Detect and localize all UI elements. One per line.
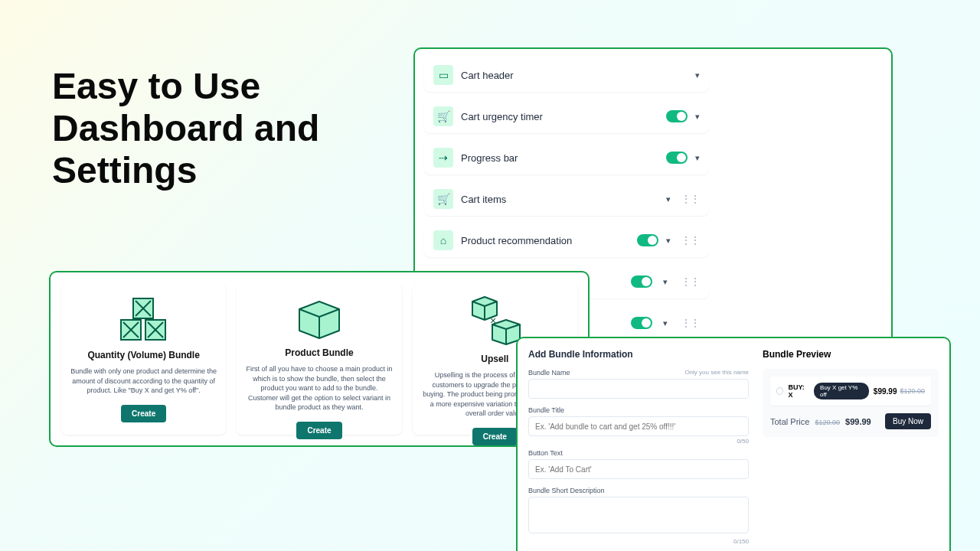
setting-row[interactable]: 🛒 Cart items ▾ ⋮⋮ — [424, 182, 709, 216]
drag-handle-icon[interactable]: ⋮⋮ — [681, 318, 700, 328]
button-text-input[interactable] — [528, 459, 749, 479]
chevron-down-icon[interactable]: ▾ — [695, 70, 700, 80]
total-old: $120.00 — [815, 419, 840, 426]
setting-label: Product recommendation — [461, 235, 629, 246]
offer-row[interactable]: BUY: X Buy X get Y% off $99.99 $120.00 — [770, 377, 931, 406]
drag-handle-icon[interactable]: ⋮⋮ — [681, 276, 700, 287]
setting-icon: 🛒 — [433, 189, 453, 209]
chevron-down-icon[interactable]: ▾ — [663, 318, 668, 328]
setting-icon: ⌂ — [433, 230, 453, 250]
toggle-switch[interactable] — [631, 317, 652, 329]
headline-line: Easy to Use — [52, 65, 319, 107]
bundle-title-input[interactable] — [528, 416, 749, 436]
setting-row[interactable]: 🛒 Cart urgency timer ▾ — [424, 99, 709, 133]
create-button[interactable]: Create — [296, 422, 341, 439]
setting-label: Cart urgency timer — [461, 111, 658, 122]
bundle-card-title: Product Bundle — [285, 347, 353, 358]
drag-handle-icon[interactable]: ⋮⋮ — [681, 235, 700, 246]
chevron-down-icon[interactable]: ▾ — [663, 277, 668, 287]
radio-icon[interactable] — [776, 387, 783, 395]
chevron-down-icon[interactable]: ▾ — [695, 112, 700, 122]
bundle-card-desc: Bundle with only one product and determi… — [70, 367, 217, 396]
bundle-options-panel: Quantity (Volume) Bundle Bundle with onl… — [49, 271, 590, 447]
chevron-down-icon[interactable]: ▾ — [666, 194, 671, 204]
bundle-form-panel: Add Bundle Information Bundle Name Only … — [516, 337, 951, 551]
bundle-icon: × — [465, 294, 524, 349]
bundle-card: Quantity (Volume) Bundle Bundle with onl… — [61, 283, 226, 435]
svg-text:×: × — [490, 315, 496, 327]
char-count: 0/150 — [528, 538, 749, 545]
total-price: $99.99 — [845, 417, 871, 426]
bundle-card: Product Bundle First of all you have to … — [237, 283, 401, 435]
setting-row[interactable]: ⌂ Product recommendation ▾ ⋮⋮ — [424, 223, 709, 257]
headline: Easy to Use Dashboard and Settings — [52, 65, 319, 192]
field-label: Bundle Short Description — [528, 487, 605, 494]
setting-icon: ⇢ — [433, 148, 453, 168]
setting-icon: 🛒 — [433, 106, 453, 126]
bundle-desc-input[interactable] — [528, 497, 749, 533]
setting-label: Progress bar — [461, 152, 658, 164]
discount-pill: Buy X get Y% off — [814, 383, 869, 399]
bundle-icon — [292, 294, 347, 343]
bundle-card-desc: First of all you have to choose a main p… — [246, 364, 392, 412]
chevron-down-icon[interactable]: ▾ — [695, 153, 700, 163]
bundle-name-input[interactable] — [528, 379, 749, 399]
create-button[interactable]: Create — [472, 428, 518, 445]
toggle-switch[interactable] — [666, 152, 688, 164]
buy-x-label: BUY: X — [788, 383, 809, 399]
offer-old-price: $120.00 — [900, 387, 925, 395]
field-label: Bundle Name — [528, 369, 570, 377]
toggle-switch[interactable] — [631, 276, 652, 288]
create-button[interactable]: Create — [121, 405, 166, 422]
toggle-switch[interactable] — [666, 110, 688, 122]
toggle-switch[interactable] — [637, 234, 658, 246]
chevron-down-icon[interactable]: ▾ — [666, 236, 671, 246]
setting-label: Cart items — [461, 194, 658, 205]
setting-row[interactable]: ▭ Cart header ▾ — [424, 58, 709, 92]
setting-icon: ▭ — [433, 65, 453, 85]
bundle-card-title: Quantity (Volume) Bundle — [87, 350, 199, 360]
field-hint: Only you see this name — [684, 369, 749, 377]
char-count: 0/50 — [528, 438, 749, 445]
bundle-card-title: Upsell — [481, 354, 508, 364]
drag-handle-icon[interactable]: ⋮⋮ — [681, 194, 700, 204]
field-label: Button Text — [528, 449, 563, 457]
buy-now-button[interactable]: Buy Now — [885, 413, 931, 429]
field-label: Bundle Title — [528, 406, 564, 414]
offer-price: $99.99 — [874, 387, 897, 396]
setting-row[interactable]: ⇢ Progress bar ▾ — [424, 141, 709, 174]
bundle-preview-box: BUY: X Buy X get Y% off $99.99 $120.00 T… — [763, 369, 939, 437]
headline-line: Settings — [52, 149, 319, 191]
preview-title: Bundle Preview — [763, 349, 939, 360]
total-label: Total Price — [770, 417, 809, 426]
bundle-icon — [116, 294, 172, 345]
headline-line: Dashboard and — [52, 107, 319, 149]
setting-label: Cart header — [461, 70, 688, 81]
form-title: Add Bundle Information — [528, 349, 749, 360]
